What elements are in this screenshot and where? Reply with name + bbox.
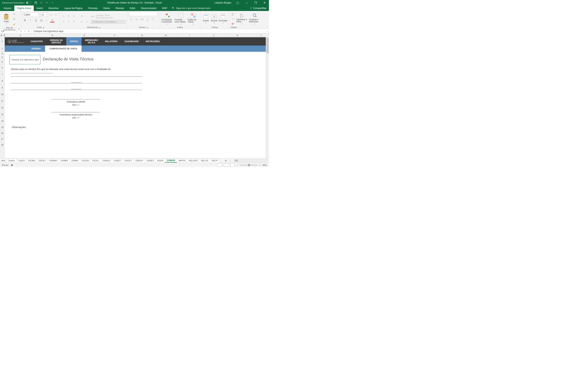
bold-icon[interactable]: N xyxy=(23,18,27,22)
sheet-tab-osmar[interactable]: OSMAR xyxy=(47,159,59,162)
font-launcher-icon[interactable]: ◢ xyxy=(43,27,44,29)
qat-customize-icon[interactable]: ▾ xyxy=(51,1,54,4)
enter-formula-icon[interactable]: ✓ xyxy=(24,30,26,32)
sheet-tab-osnov[interactable]: OSNOV xyxy=(134,159,145,162)
font-size-combo[interactable]: 11▾ xyxy=(40,13,48,17)
row-header-4[interactable]: 4 xyxy=(0,55,4,60)
zoom-out-icon[interactable]: − xyxy=(237,164,238,166)
percent-icon[interactable]: % xyxy=(135,17,139,22)
minimize-icon[interactable]: — xyxy=(244,1,249,4)
formula-input[interactable]: Coloque sua logomarca aqui xyxy=(31,29,265,33)
merge-center-button[interactable]: ⊟ Mesclar e Centralizar ▾ xyxy=(91,20,126,24)
row-header-5[interactable]: 5 xyxy=(0,60,4,64)
sheet-tab-agen[interactable]: AGEN xyxy=(155,159,165,162)
fill-color-icon[interactable]: ◇ xyxy=(45,18,49,22)
align-middle-icon[interactable]: ≡ xyxy=(67,14,71,18)
sheet-tab-osjul[interactable]: OSJUL xyxy=(90,159,101,162)
align-bottom-icon[interactable]: ≡ xyxy=(72,14,76,18)
undo-icon[interactable]: ↶ xyxy=(40,1,43,4)
row-header-15[interactable]: 15 xyxy=(0,124,4,130)
macro-record-icon[interactable]: ▦ xyxy=(11,164,13,166)
sheet-tab-osout[interactable]: OSOUT xyxy=(123,159,134,162)
row-header-9[interactable]: 9 xyxy=(0,84,4,91)
sheet-tab-menu-icon[interactable]: ⋮ xyxy=(228,159,233,162)
view-normal-icon[interactable] xyxy=(218,163,222,167)
tell-me-search[interactable]: 🔍 Diga-me o que você deseja fazer xyxy=(172,5,211,11)
sheet-tab-cadcli[interactable]: CadCli xyxy=(16,159,27,162)
ribbon-display-icon[interactable]: ▢ xyxy=(235,1,240,4)
view-page-layout-icon[interactable] xyxy=(224,163,228,167)
sheet-tab-relger[interactable]: RELGER xyxy=(187,159,199,162)
subtab-comprovante[interactable]: COMPROVANTE DE VISITA xyxy=(45,46,81,52)
column-header-B[interactable]: B xyxy=(3,33,6,37)
wrap-text-button[interactable]: ab↲ Quebrar Texto Automaticamente xyxy=(91,14,126,19)
worksheet-area[interactable]: LUZ Planilhas Empresariais CADASTRO ORDE… xyxy=(5,37,266,158)
column-header-C[interactable]: C xyxy=(6,33,35,37)
nav-ordens[interactable]: ORDENS DESERVIÇO xyxy=(46,37,66,46)
conditional-formatting-button[interactable]: Formatação Condicional▾ xyxy=(161,13,174,25)
sheet-tab-osago[interactable]: OSAGO xyxy=(101,159,112,162)
row-header-6[interactable]: 6 xyxy=(0,64,4,71)
column-header-A[interactable]: A xyxy=(0,33,3,37)
cancel-formula-icon[interactable]: ✕ xyxy=(20,30,22,32)
tab-arquivo[interactable]: Arquivo xyxy=(1,5,14,11)
nav-impressao[interactable]: IMPRESSÃODE O.S xyxy=(81,37,102,46)
column-header-F[interactable]: F xyxy=(99,33,130,37)
sheet-tab-osabr[interactable]: OSABR xyxy=(59,159,70,162)
tab-revisao[interactable]: Revisão xyxy=(113,5,127,11)
nav-cadastro[interactable]: CADASTRO xyxy=(27,37,46,46)
row-header-10[interactable]: 10 xyxy=(0,91,4,98)
column-header-E[interactable]: E xyxy=(70,33,99,37)
tab-desenvolvedor[interactable]: Desenvolvedor xyxy=(138,5,159,11)
thousands-icon[interactable]: 000 xyxy=(140,17,144,22)
cell-styles-button[interactable]: Estilos de Célula▾ xyxy=(188,13,199,25)
sheet-tab-relfi[interactable]: RELFI xyxy=(210,159,219,162)
increase-indent-icon[interactable]: ⇥ xyxy=(85,19,89,24)
align-right-icon[interactable]: ≡ xyxy=(72,19,76,24)
nav-dashboard[interactable]: DASHBOARD xyxy=(121,37,142,46)
decrease-font-icon[interactable]: A xyxy=(54,13,58,17)
tab-pagina-inicial[interactable]: Página Inicial xyxy=(14,5,34,11)
number-launcher-icon[interactable]: ◢ xyxy=(147,27,148,29)
column-header-H[interactable]: H xyxy=(154,33,178,37)
tab-msp[interactable]: MSP xyxy=(159,5,170,11)
row-header-1[interactable]: 1 xyxy=(0,37,4,46)
tab-layout[interactable]: Layout da Página xyxy=(61,5,85,11)
currency-icon[interactable]: $ xyxy=(129,17,133,22)
decrease-decimal-icon[interactable]: ,00→,0 xyxy=(151,17,155,22)
align-left-icon[interactable]: ≡ xyxy=(62,19,66,24)
sort-filter-button[interactable]: AZ Classificar e Filtrar▾ xyxy=(236,13,248,25)
autosum-icon[interactable]: ∑▾ xyxy=(231,12,235,16)
find-select-button[interactable]: Localizar e Selecionar▾ xyxy=(249,13,260,25)
row-header-3[interactable]: 3 xyxy=(0,52,4,55)
nav-visitas[interactable]: VISITAS xyxy=(66,37,81,46)
row-header-13[interactable]: 13 xyxy=(0,111,4,118)
row-header-2[interactable]: 2 xyxy=(0,46,4,52)
tab-desenhar[interactable]: Desenhar xyxy=(46,5,61,11)
alignment-launcher-icon[interactable]: ◢ xyxy=(99,27,100,29)
paste-button[interactable]: Colar ▾ xyxy=(1,14,11,25)
sheet-nav-next-icon[interactable]: ▶ xyxy=(3,159,5,161)
subtab-agenda[interactable]: AGENDA xyxy=(27,46,45,52)
zoom-slider[interactable] xyxy=(240,165,258,165)
column-header-G[interactable]: G xyxy=(130,33,154,37)
name-box[interactable]: C4 ▾ xyxy=(0,30,18,32)
vertical-scrollbar[interactable] xyxy=(266,37,269,158)
row-header-11[interactable]: 11 xyxy=(0,98,4,104)
sheet-tab-osjan[interactable]: OSJAN xyxy=(26,159,37,162)
orientation-icon[interactable]: ⟲ xyxy=(79,14,84,18)
align-center-icon[interactable]: ≡ xyxy=(67,19,71,24)
increase-decimal-icon[interactable]: ←,0,00 xyxy=(145,17,150,22)
logo-placeholder-cell[interactable]: Coloque sua logomarca aqui xyxy=(9,55,40,64)
decrease-indent-icon[interactable]: ⇤ xyxy=(79,19,84,24)
font-color-icon[interactable]: A xyxy=(50,18,54,22)
tab-formulas[interactable]: Fórmulas xyxy=(85,5,101,11)
nav-instrucoes[interactable]: INSTRUÇÕES xyxy=(142,37,163,46)
row-header-12[interactable]: 12 xyxy=(0,104,4,111)
sheet-tab-osset[interactable]: OSSET xyxy=(112,159,123,162)
sheet-tab-comvis[interactable]: COMVIS xyxy=(165,159,177,162)
user-name[interactable]: Leandro Borges xyxy=(215,1,231,4)
row-header-16[interactable]: 16 xyxy=(0,130,4,136)
fill-icon[interactable]: ↓▾ xyxy=(231,17,235,21)
sheet-tab-cadge[interactable]: CadGe xyxy=(6,159,17,162)
